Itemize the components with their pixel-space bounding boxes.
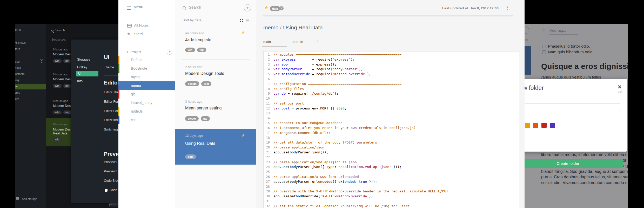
create-folder-button[interactable]: Create folder (525, 159, 623, 168)
add-tab-button[interactable]: + (317, 38, 319, 44)
settings-nav-item-hotkey[interactable]: Hotkey (77, 66, 87, 69)
settings-item[interactable]: Preview Font Size (104, 160, 118, 164)
settings-item[interactable]: Switching Preview (104, 128, 118, 131)
settings-nav-selected-pill[interactable]: UI (76, 71, 98, 76)
sidebar-folder-nodeJs[interactable]: nodeJs (118, 107, 175, 116)
dark-sidebar-selected-folder-highlight[interactable] (15, 84, 46, 89)
close-icon[interactable]: ✕ (618, 84, 622, 90)
folder-color-swatch[interactable] (533, 123, 538, 128)
hamburger-icon[interactable] (127, 6, 131, 10)
star-icon[interactable]: ★ (264, 5, 269, 10)
line-number: 18 (264, 135, 271, 140)
add-tag-button[interactable]: + (279, 6, 284, 10)
dark-sort-label[interactable]: Sort by xxx (51, 38, 65, 41)
dark-sidebar-folder-Default[interactable]: Default (15, 66, 21, 69)
sidebar-item-starred[interactable]: Stard (134, 32, 143, 36)
folder-color-bar (118, 56, 119, 64)
dark-sidebar-folder-theme[interactable]: theme (15, 85, 18, 88)
dark-project-label[interactable]: Project (15, 60, 20, 63)
sidebar-folder-memo[interactable]: memo (118, 81, 175, 90)
dark-menu-label[interactable]: Menu (15, 28, 21, 32)
note-title[interactable]: Modern Design Tools (53, 53, 71, 56)
star-icon[interactable]: ★ (241, 30, 245, 35)
code-language-dropdown-fragment[interactable]: javascript (109, 202, 118, 207)
sidebar-folder-laravel_study[interactable]: laravel_study (118, 99, 175, 107)
note-tag-pill[interactable]: data (270, 6, 280, 11)
dark-sidebar-folder-others[interactable]: others (15, 97, 19, 100)
folder-color-swatch[interactable] (541, 123, 547, 128)
tag-pill[interactable]: server (185, 116, 199, 121)
note-timestamp: 8 hours ago (53, 73, 68, 76)
list-view-icon[interactable] (246, 19, 249, 23)
tag-pill[interactable]: git (63, 84, 71, 88)
sidebar-folder-Boostnote[interactable]: Boostnote (118, 64, 175, 73)
tag-pill[interactable]: design (185, 81, 199, 86)
menu-label[interactable]: Menu (133, 5, 143, 9)
note-title[interactable]: Mean server setting (185, 106, 222, 110)
settings-item[interactable]: Editor Font Size (104, 100, 118, 103)
tag-pill[interactable]: data (185, 154, 196, 159)
folder-name-input[interactable] (525, 103, 620, 111)
tag-pill[interactable]: git (63, 59, 71, 63)
tag-pill[interactable]: wip (53, 84, 62, 88)
kebab-menu-icon[interactable] (507, 6, 508, 10)
dark-sidebar-item-all-notes[interactable]: All Notes (15, 41, 26, 44)
note-title[interactable]: Jade template (185, 37, 211, 42)
add-storage-button[interactable]: Add storage (22, 197, 37, 200)
dark-sidebar-folder-mysql[interactable]: mysql (15, 79, 19, 82)
tab-module[interactable]: module (292, 40, 303, 44)
tag-pill[interactable]: tool (201, 81, 211, 86)
note-title[interactable]: Modern Design Tools (53, 104, 71, 108)
dark-sidebar-folder-memo[interactable]: memo (15, 91, 20, 94)
sidebar-folder-mysql[interactable]: mysql (118, 73, 175, 81)
dark-search-input[interactable]: Search (55, 29, 65, 32)
selected-note-highlight[interactable]: 12 days ago★Using Real Datadata (175, 129, 256, 165)
code-editor[interactable]: 1// modules ============================… (263, 51, 519, 208)
project-group-label[interactable]: Project (130, 50, 141, 54)
breadcrumb-note-title[interactable]: Using Real Data (283, 24, 323, 30)
tag-pill[interactable]: tag (63, 110, 71, 114)
folder-color-swatch[interactable] (525, 123, 530, 128)
settings-item[interactable]: Editor Theme (104, 90, 118, 94)
settings-item[interactable]: Editor Font Family (104, 109, 118, 113)
settings-nav-item-info[interactable]: Info (77, 79, 83, 83)
tag-pill[interactable]: wip (185, 48, 195, 52)
grid-view-icon[interactable] (240, 19, 243, 22)
dark-add-folder-button[interactable]: + (40, 59, 43, 63)
sidebar-item-all-notes[interactable]: All Notes (134, 23, 149, 28)
folder-label: laravel_study (131, 101, 152, 105)
add-folder-button[interactable]: + (167, 49, 172, 55)
tag-pill[interactable]: tag (201, 116, 210, 121)
settings-item[interactable]: Theme (104, 66, 114, 69)
note-timestamp: 8 hours ago (53, 48, 68, 51)
note-title[interactable]: Modern Design Using (53, 128, 71, 131)
code-text: app.use(bodyParser.json()); (273, 150, 328, 155)
note-tags: servertag (185, 116, 210, 121)
note-title[interactable]: Modern Design Tools (185, 71, 224, 76)
dark-sidebar-item-starred[interactable]: Stard (15, 47, 20, 50)
dark-sidebar-folder-Boostnote[interactable]: Boostnote (15, 72, 25, 75)
new-note-button[interactable]: + (244, 4, 251, 11)
sidebar-folder-git[interactable]: git (118, 90, 175, 99)
settings-item[interactable]: Code Block Theme (104, 179, 118, 183)
settings-nav-item-storages[interactable]: Storages (77, 58, 90, 61)
tag-pill[interactable]: tag (197, 48, 206, 52)
breadcrumb-folder[interactable]: memo (263, 24, 278, 30)
code-block-checkbox[interactable] (105, 189, 108, 192)
tag-pill[interactable]: wip (53, 110, 62, 114)
code-line: 24app.use(bodyParser.json({ type: 'appli… (264, 165, 519, 170)
folder-color-swatch[interactable] (550, 123, 555, 128)
tag-pill[interactable]: wip (53, 138, 62, 141)
note-title[interactable]: Modern Design Tools (53, 77, 71, 81)
sidebar-folder-Default[interactable]: Default (118, 56, 175, 64)
caret-down-icon[interactable]: ▾ (127, 50, 128, 53)
star-icon[interactable]: ★ (241, 133, 245, 138)
note-title[interactable]: Using Real Data (185, 141, 216, 146)
search-input[interactable]: Search (189, 5, 201, 9)
settings-item[interactable]: Editor Indent Type (104, 118, 118, 122)
sidebar-folder-css[interactable]: css (118, 116, 175, 124)
settings-item[interactable]: Preview Font Family (104, 170, 118, 173)
tag-pill[interactable]: wip (53, 59, 62, 63)
sort-by-dropdown[interactable]: Sort by date (183, 18, 202, 22)
tab-main[interactable]: main (263, 40, 271, 44)
